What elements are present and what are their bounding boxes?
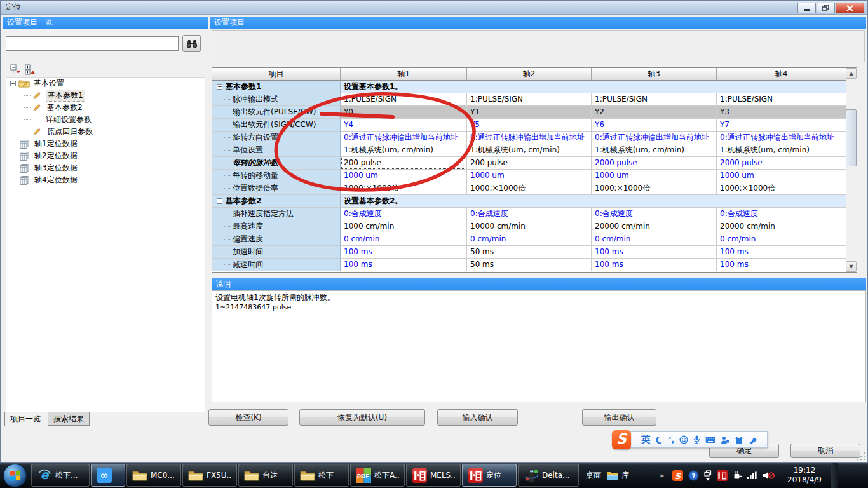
param-value-cell[interactable]: Y3 [717,106,846,119]
ime-toolbar[interactable]: S 英 ’, [619,431,768,448]
param-value-cell[interactable]: 0:合成速度 [717,208,846,220]
param-value-cell[interactable]: 100 ms [341,246,467,259]
param-value-cell[interactable]: 1000:×1000倍 [341,182,467,195]
expand-all-icon[interactable] [25,64,36,75]
taskbar-app-button[interactable]: MELS... [406,464,461,487]
param-value-cell[interactable]: 0:通过正转脉冲输出增加当前地址 [717,132,846,144]
param-row-label[interactable]: 位置数据倍率 [212,182,341,195]
tree-item-label[interactable]: 原点回归参数 [46,126,94,137]
column-header[interactable]: 轴4 [717,68,846,81]
wrench-icon[interactable] [749,436,757,444]
param-value-cell[interactable]: 1:机械系统(um, cm/min) [341,144,467,157]
tree-item[interactable]: 基本参数1 [6,90,205,102]
param-value-cell[interactable]: 0:通过正转脉冲输出增加当前地址 [592,132,717,144]
chevron-up-icon[interactable]: » [660,472,667,478]
param-value-cell[interactable]: 0 cm/min [467,233,592,246]
param-value-cell[interactable]: 1:机械系统(um, cm/min) [717,144,846,157]
table-scrollbar[interactable]: ▲ ▼ [846,68,857,272]
param-value-cell[interactable]: 2000 pulse [717,157,846,170]
param-row-label[interactable]: 插补速度指定方法 [212,208,341,220]
tab-item-list[interactable]: 项目一览 [4,412,46,426]
param-value-cell[interactable]: 0:通过正转脉冲输出增加当前地址 [341,132,467,144]
desktop-label[interactable]: 桌面 [586,470,601,481]
tree-item[interactable]: 基本参数2 [6,102,205,114]
show-desktop-button[interactable] [831,463,838,488]
taskbar-app-button[interactable]: e松下... [31,464,90,487]
param-value-cell[interactable]: Y0 [341,106,467,119]
window-popup-icon[interactable] [704,470,712,481]
param-value-cell[interactable]: 200 pulse [467,157,592,170]
restore-default-button[interactable]: 恢复为默认(U) [299,409,425,426]
param-value-cell[interactable]: 1000 um [341,170,467,182]
scroll-thumb[interactable] [846,109,857,166]
param-value-cell[interactable]: 20000 cm/min [717,220,846,233]
param-row-label[interactable]: 最高速度 [212,220,341,233]
param-value-cell[interactable]: 0:合成速度 [467,208,592,220]
param-value-cell[interactable]: 50 ms [467,259,592,271]
taskbar-app-button[interactable]: ∞ [91,464,125,487]
param-value-cell[interactable]: 1000 um [592,170,717,182]
help-icon[interactable]: ? [688,470,699,481]
param-value-cell[interactable]: 0 cm/min [341,233,467,246]
keyboard-icon[interactable] [705,436,715,444]
param-value-cell[interactable]: 1000:×1000倍 [717,182,846,195]
param-row-label[interactable]: 每转的移动量 [212,170,341,182]
param-value-cell[interactable]: Y5 [467,119,592,132]
param-value-cell[interactable]: 1:机械系统(um, cm/min) [467,144,592,157]
collapse-toggle-icon[interactable]: − [217,198,222,204]
person-icon[interactable] [721,436,729,444]
tree-item[interactable]: 原点回归参数 [6,126,205,138]
scroll-down-button[interactable]: ▼ [846,261,857,272]
check-button[interactable]: 检查(K) [208,409,288,426]
collapse-all-icon[interactable] [10,64,21,75]
tree-item-label[interactable]: 轴4定位数据 [33,175,79,186]
taskbar-app-button[interactable]: PDF松下A... [350,464,405,487]
param-value-cell[interactable]: 1:PULSE/SIGN [341,93,467,106]
tree-item[interactable]: 轴1定位数据 [6,138,205,150]
param-value-cell[interactable]: 1000 cm/min [341,220,467,233]
tab-search-results[interactable]: 搜索结果 [48,412,90,426]
power-plug-icon[interactable] [733,470,742,480]
param-value-cell[interactable]: Y1 [467,106,592,119]
tree-toggle-minus[interactable]: − [10,81,16,86]
gx-tray-icon[interactable] [717,470,728,481]
tree-item-label[interactable]: 基本设置 [32,78,65,89]
param-value-cell[interactable]: 1:PULSE/SIGN [717,93,846,106]
param-value-cell[interactable]: 100 ms [592,259,717,271]
param-row-label[interactable]: 输出软元件(SIGN/CCW) [212,119,341,132]
collapse-toggle-icon[interactable]: − [217,84,222,90]
volume-muted-icon[interactable] [763,471,775,480]
tree-item-label[interactable]: 详细设置参数 [44,114,93,125]
param-value-cell[interactable]: 1:PULSE/SIGN [467,93,592,106]
param-value-cell[interactable]: 1000:×1000倍 [592,182,717,195]
taskbar-app-button[interactable]: Delta... [518,464,579,487]
close-button[interactable] [836,3,864,13]
tree-item-label[interactable]: 基本参数1 [46,90,85,102]
param-row-label[interactable]: 偏置速度 [212,233,341,246]
param-value-cell[interactable]: Y4 [341,119,467,132]
param-row-label[interactable]: 旋转方向设置 [212,132,341,144]
param-value-cell[interactable]: 0:通过正转脉冲输出增加当前地址 [467,132,592,144]
column-header[interactable]: 项目 [212,68,341,81]
skin-icon[interactable] [735,436,743,444]
sogou-icon[interactable]: S [672,470,683,481]
param-value-cell[interactable]: 10000 cm/min [467,220,592,233]
cancel-button[interactable]: 取消 [790,444,860,458]
param-value-cell[interactable]: 1:机械系统(um, cm/min) [592,144,717,157]
tree-item[interactable]: −基本设置 [6,78,205,90]
network-signal-icon[interactable] [747,471,757,480]
start-button[interactable] [0,463,31,488]
tree-item[interactable]: 轴2定位数据 [6,150,205,162]
libraries-button[interactable]: 库 [606,470,629,481]
tree-item-label[interactable]: 轴2定位数据 [33,151,79,161]
search-input[interactable] [6,36,179,51]
param-value-cell[interactable]: 1000 um [467,170,592,182]
param-value-cell[interactable]: 200 pulse [341,157,467,170]
input-confirm-button[interactable]: 输入确认 [437,409,518,426]
minimize-button[interactable] [797,3,816,13]
scroll-up-button[interactable]: ▲ [846,68,857,79]
taskbar-app-button[interactable]: 定位 [462,464,517,487]
restore-button[interactable] [817,3,835,13]
column-header[interactable]: 轴1 [341,68,467,81]
param-value-cell[interactable]: Y6 [592,119,717,132]
